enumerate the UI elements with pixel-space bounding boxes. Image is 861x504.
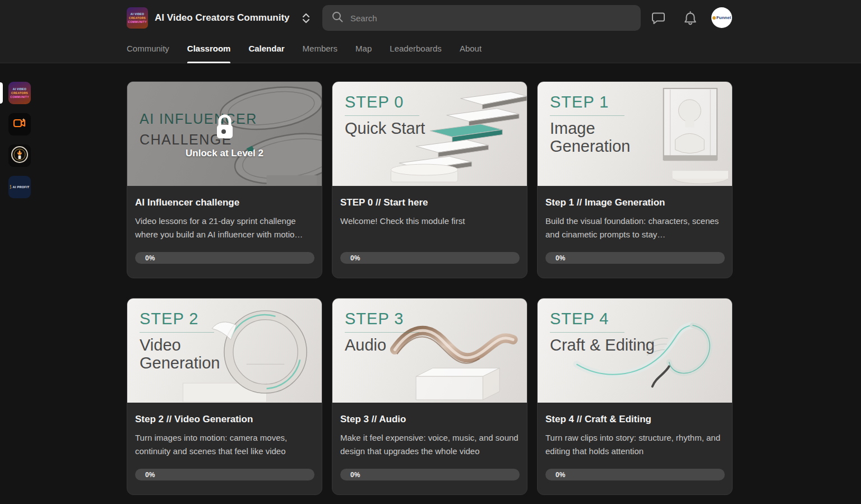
course-card-ai-influencer-challenge[interactable]: AI INFLUENCER CHALLENGE Unlock at Level … [127,81,322,278]
course-card-body: Step 2 // Video Generation Turn images i… [127,403,322,458]
course-description: Make it feel expensive: voice, music, an… [340,431,519,458]
cover-subheading: Image Generation [550,119,668,156]
cover-heading: STEP 0 [345,93,419,116]
tab-about[interactable]: About [460,34,482,63]
rail-item-ai-video-creators[interactable]: AI VIDEO CREATORS COMMUNITY [8,82,31,104]
rail-item-video-camera[interactable] [8,113,31,136]
cover-subheading: Video Generation [140,336,257,372]
progress-bar: 0% [340,469,520,480]
progress-bar: 0% [135,469,314,480]
course-title: Step 4 // Craft & Editing [545,414,724,425]
cover-subheading: Craft & Editing [550,336,655,354]
tab-members[interactable]: Members [303,34,338,63]
community-switcher[interactable]: AI VIDEO CREATORS COMMUNITY AI Video Cre… [127,7,311,29]
course-card-body: Step 3 // Audio Make it feel expensive: … [332,403,527,458]
avatar-label: Funnel [716,15,731,20]
course-card-body: AI Influencer challenge Video lessons fo… [127,186,322,241]
course-description: Welcome! Check this module first [340,214,519,228]
search-bar[interactable] [322,5,641,31]
course-description: Video lessons for a 21-day sprint challe… [135,214,314,241]
search-input[interactable] [350,13,632,23]
cover-text: STEP 4 Craft & Editing [550,310,655,354]
course-cover: STEP 1 Image Generation [538,82,732,186]
course-title: Step 1 // Image Generation [545,197,724,208]
cover-heading: STEP 4 [550,310,624,333]
community-logo: AI VIDEO CREATORS COMMUNITY [127,7,148,29]
classroom-course-grid: AI INFLUENCER CHALLENGE Unlock at Level … [127,81,733,495]
course-title: Step 3 // Audio [340,414,519,425]
course-description: Turn raw clips into story: structure, rh… [545,431,724,458]
course-cover: STEP 3 Audio [332,298,527,403]
cover-subheading: Audio [345,336,419,354]
cover-heading: STEP 3 [345,310,419,333]
progress-percent: 0% [145,254,155,262]
progress-bar: 0% [135,252,314,264]
round-emblem-icon [10,145,29,166]
rail-item-emblem-community[interactable] [8,144,31,167]
tab-community[interactable]: Community [127,34,169,63]
course-description: Build the visual foundation: characters,… [545,214,724,241]
course-description: Turn images into motion: camera moves, c… [135,431,314,458]
community-nav: Community Classroom Calendar Members Map… [127,34,482,63]
course-card-step-1[interactable]: STEP 1 Image Generation Step 1 // Image … [537,81,733,278]
tab-classroom[interactable]: Classroom [187,34,231,63]
progress-bar: 0% [340,252,520,264]
progress-percent: 0% [350,471,360,479]
cover-subheading: Quick Start [345,119,425,137]
active-community-indicator [0,82,3,104]
tab-calendar[interactable]: Calendar [248,34,284,63]
community-name: AI Video Creators Community [155,12,290,24]
chevron-updown-icon[interactable] [301,12,311,25]
progress-percent: 0% [350,254,360,262]
ai-profit-mark-icon: ⟆ [10,185,12,189]
cover-text: STEP 1 Image Generation [550,93,668,156]
progress-bar: 0% [545,252,725,264]
course-title: AI Influencer challenge [135,197,314,208]
lock-layer: Unlock at Level 2 [127,82,322,186]
course-title: Step 2 // Video Generation [135,414,314,425]
tab-map[interactable]: Map [355,34,372,63]
cover-text: STEP 2 Video Generation [140,310,257,372]
tab-leaderboards[interactable]: Leaderboards [390,34,442,63]
cover-text: STEP 3 Audio [345,310,419,354]
active-tab-indicator [187,62,231,63]
lock-icon [212,113,237,142]
cover-heading: STEP 2 [140,310,214,333]
course-card-step-2[interactable]: STEP 2 Video Generation Step 2 // Video … [127,298,322,495]
video-camera-icon [12,115,27,133]
course-cover: AI INFLUENCER CHALLENGE Unlock at Level … [127,82,322,186]
bell-icon[interactable] [682,10,698,26]
avatar-logo-mark [712,16,716,20]
course-card-body: Step 1 // Image Generation Build the vis… [538,186,732,241]
course-card-body: Step 4 // Craft & Editing Turn raw clips… [538,403,732,458]
community-rail: AI VIDEO CREATORS COMMUNITY ⟆ AI PROFIT [0,63,39,504]
cover-heading: STEP 1 [550,93,624,116]
course-card-body: STEP 0 // Start here Welcome! Check this… [332,186,527,228]
progress-percent: 0% [556,254,565,262]
course-title: STEP 0 // Start here [340,197,519,208]
progress-percent: 0% [145,471,155,479]
cover-text: STEP 0 Quick Start [345,93,425,137]
chat-icon[interactable] [650,10,666,26]
course-card-step-0[interactable]: STEP 0 Quick Start STEP 0 // Start here … [332,81,527,278]
top-header: AI VIDEO CREATORS COMMUNITY AI Video Cre… [0,0,861,63]
user-avatar[interactable]: Funnel [711,7,732,28]
course-cover: STEP 2 Video Generation [127,298,322,403]
course-cover: STEP 4 Craft & Editing [538,298,732,403]
course-card-step-4[interactable]: STEP 4 Craft & Editing Step 4 // Craft &… [537,298,733,495]
rail-item-ai-profit[interactable]: ⟆ AI PROFIT [8,176,31,198]
progress-percent: 0% [556,471,565,479]
unlock-requirement-text: Unlock at Level 2 [186,148,263,159]
search-icon [331,11,344,25]
course-card-step-3[interactable]: STEP 3 Audio Step 3 // Audio Make it fee… [332,298,527,495]
course-cover: STEP 0 Quick Start [332,82,527,186]
progress-bar: 0% [545,469,725,480]
